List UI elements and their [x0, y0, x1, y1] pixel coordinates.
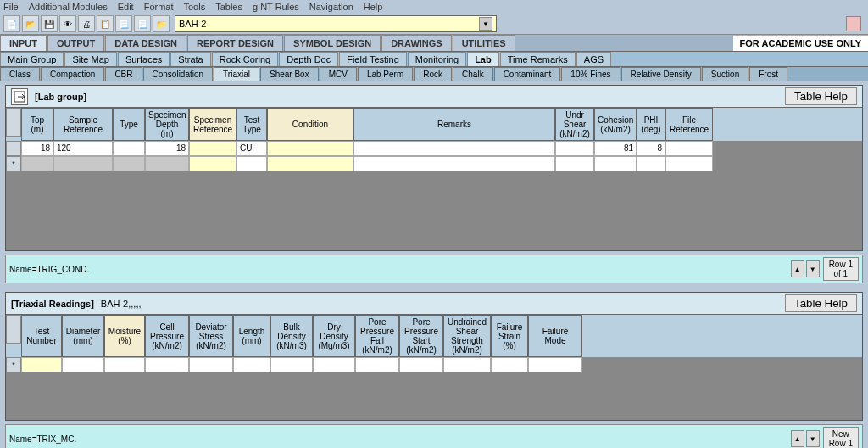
column-header[interactable]: Cell Pressure (kN/m2) [145, 315, 189, 357]
ter-tab-frost[interactable]: Frost [749, 67, 787, 81]
tab-data-design[interactable]: DATA DESIGN [105, 35, 186, 51]
sec-tab-surfaces[interactable]: Surfaces [118, 52, 170, 66]
exit-icon[interactable] [11, 88, 28, 105]
copy-icon[interactable]: 📋 [97, 15, 114, 32]
ter-tab-chalk[interactable]: Chalk [453, 67, 493, 81]
ter-tab-10pct-fines[interactable]: 10% Fines [561, 67, 620, 81]
column-header[interactable]: Condition [267, 108, 353, 141]
cell[interactable] [270, 357, 313, 372]
cell[interactable] [145, 156, 189, 171]
sec-tab-time-remarks[interactable]: Time Remarks [500, 52, 576, 66]
cell[interactable] [443, 357, 491, 372]
cell[interactable] [145, 357, 189, 372]
cell[interactable] [528, 357, 582, 372]
cell[interactable] [491, 357, 528, 372]
cell[interactable] [555, 141, 594, 156]
column-header[interactable]: Test Type [236, 108, 267, 141]
ter-tab-rock[interactable]: Rock [414, 67, 452, 81]
ter-tab-triaxial[interactable]: Triaxial [214, 67, 259, 81]
cell[interactable]: 8 [637, 141, 665, 156]
cell[interactable] [104, 357, 145, 372]
ter-tab-consolidation[interactable]: Consolidation [143, 67, 214, 81]
row-handle[interactable]: * [6, 156, 21, 171]
menu-file[interactable]: File [3, 2, 19, 12]
column-header[interactable]: Test Number [21, 315, 62, 357]
sec-tab-depth-doc[interactable]: Depth Doc [279, 52, 338, 66]
column-header[interactable]: Failure Strain (%) [491, 315, 528, 357]
cell[interactable] [353, 141, 555, 156]
scroll-up-icon[interactable]: ▲ [791, 430, 804, 447]
column-header[interactable]: Moisture (%) [104, 315, 145, 357]
column-header[interactable]: Length (mm) [233, 315, 270, 357]
sec-tab-lab[interactable]: Lab [467, 52, 499, 66]
cell[interactable] [189, 357, 233, 372]
tab-symbol-design[interactable]: SYMBOL DESIGN [284, 35, 381, 51]
column-header[interactable]: Top (m) [21, 108, 53, 141]
ter-tab-cbr[interactable]: CBR [105, 67, 142, 81]
ter-tab-suction[interactable]: Suction [702, 67, 748, 81]
scroll-down-icon[interactable]: ▼ [806, 430, 820, 447]
cell[interactable] [637, 156, 665, 171]
column-header[interactable]: Deviator Stress (kN/m2) [189, 315, 233, 357]
column-header[interactable]: PHI (deg) [637, 108, 665, 141]
tab-output[interactable]: OUTPUT [47, 35, 104, 51]
ter-tab-shear-box[interactable]: Shear Box [260, 67, 319, 81]
cell[interactable] [113, 141, 145, 156]
menu-additional-modules[interactable]: Additional Modules [29, 2, 108, 12]
preview-icon[interactable]: 👁 [59, 15, 76, 32]
column-header[interactable]: Type [113, 108, 145, 141]
sec-tab-strata[interactable]: Strata [170, 52, 210, 66]
table-help-button[interactable]: Table Help [785, 294, 857, 312]
column-header[interactable]: Remarks [353, 108, 555, 141]
sec-tab-monitoring[interactable]: Monitoring [408, 52, 466, 66]
menu-tools[interactable]: Tools [184, 2, 206, 12]
help-icon[interactable] [846, 16, 861, 31]
save-icon[interactable]: 💾 [41, 15, 58, 32]
cell[interactable] [189, 141, 236, 156]
tab-report-design[interactable]: REPORT DESIGN [187, 35, 283, 51]
column-header[interactable]: Undrained Shear Strength (kN/m2) [443, 315, 491, 357]
tab-input[interactable]: INPUT [0, 35, 47, 51]
cell[interactable] [594, 156, 637, 171]
cell[interactable] [399, 357, 443, 372]
column-header[interactable]: Specimen Reference [189, 108, 236, 141]
column-header[interactable]: Dry Density (Mg/m3) [313, 315, 355, 357]
scroll-up-icon[interactable]: ▲ [791, 260, 804, 277]
ter-tab-mcv[interactable]: MCV [320, 67, 357, 81]
column-header[interactable]: Failure Mode [528, 315, 582, 357]
cell[interactable]: 120 [53, 141, 113, 156]
scroll-down-icon[interactable]: ▼ [806, 260, 820, 277]
menu-navigation[interactable]: Navigation [309, 2, 353, 12]
sec-tab-ags[interactable]: AGS [576, 52, 611, 66]
column-header[interactable]: Diameter (mm) [62, 315, 104, 357]
column-header[interactable]: Sample Reference [53, 108, 113, 141]
cell[interactable] [189, 156, 236, 171]
tab-drawings[interactable]: DRAWINGS [381, 35, 452, 51]
cell[interactable]: 18 [145, 141, 189, 156]
column-header[interactable]: Cohesion (kN/m2) [594, 108, 637, 141]
cell[interactable]: CU [236, 141, 267, 156]
row-handle[interactable]: * [6, 357, 21, 372]
cell[interactable] [353, 156, 555, 171]
cell[interactable] [53, 156, 113, 171]
cell[interactable] [21, 156, 53, 171]
cell[interactable] [665, 141, 713, 156]
ter-tab-lab-perm[interactable]: Lab Perm [358, 67, 413, 81]
sec-tab-field-testing[interactable]: Field Testing [339, 52, 407, 66]
sec-tab-main-group[interactable]: Main Group [0, 52, 64, 66]
column-header[interactable]: Specimen Depth (m) [145, 108, 189, 141]
cell[interactable] [313, 357, 355, 372]
doc2-icon[interactable]: 📃 [134, 15, 151, 32]
cell[interactable]: 81 [594, 141, 637, 156]
cell[interactable]: 18 [21, 141, 53, 156]
cell[interactable] [355, 357, 399, 372]
column-header[interactable]: Undr Shear (kN/m2) [555, 108, 594, 141]
menu-tables[interactable]: Tables [215, 2, 242, 12]
cell[interactable] [236, 156, 267, 171]
cell[interactable] [665, 156, 713, 171]
cell[interactable] [267, 141, 353, 156]
ter-tab-compaction[interactable]: Compaction [41, 67, 104, 81]
column-header[interactable]: Pore Pressure Fail (kN/m2) [355, 315, 399, 357]
menu-format[interactable]: Format [144, 2, 174, 12]
doc1-icon[interactable]: 📃 [115, 15, 132, 32]
